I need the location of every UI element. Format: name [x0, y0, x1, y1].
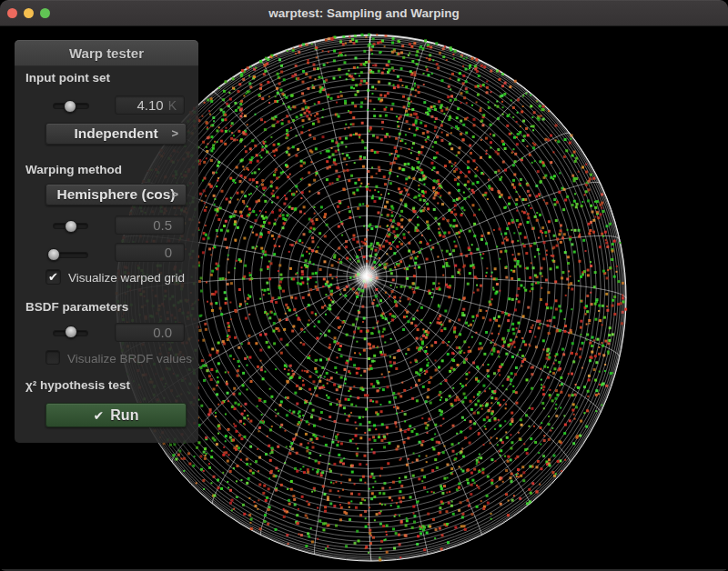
checkmark-icon: ✔ [94, 408, 105, 423]
warping-method-dropdown[interactable]: Hemisphere (cos) > [46, 184, 187, 205]
point-count-value-box[interactable]: 4.10 K [115, 95, 185, 115]
window-titlebar[interactable]: warptest: Sampling and Warping [0, 0, 728, 26]
traffic-lights [7, 0, 50, 25]
warping-method-value: Hemisphere (cos) [56, 186, 175, 203]
visualize-brdf-label: Visualize BRDF values [67, 352, 192, 366]
visualize-brdf-checkbox [46, 350, 60, 365]
chevron-right-icon: > [171, 126, 178, 140]
warp-param2-value-box: 0 [115, 243, 185, 262]
close-button[interactable] [7, 8, 17, 18]
run-button[interactable]: ✔ Run [46, 403, 187, 427]
warp-param1-value: 0.5 [153, 217, 172, 233]
warp-param2-value: 0 [165, 245, 172, 260]
slider-knob[interactable] [47, 248, 60, 261]
app-window: warptest: Sampling and Warping Warp test… [0, 0, 728, 571]
chevron-right-icon: > [171, 187, 178, 201]
bsdf-value: 0.0 [153, 325, 172, 340]
run-label: Run [110, 407, 138, 424]
input-point-set-label: Input point set [25, 71, 110, 85]
visualize-grid-label: Visualize warped grid [68, 271, 185, 285]
window-title: warptest: Sampling and Warping [268, 6, 460, 20]
slider-knob[interactable] [64, 100, 76, 113]
checkmark-icon: ✔ [48, 271, 58, 283]
panel-title: Warp tester [69, 45, 144, 61]
point-count-value: 4.10 [136, 97, 163, 113]
sampler-label: Independent [74, 125, 157, 142]
point-count-unit: K [168, 98, 177, 113]
warping-method-label: Warping method [25, 163, 122, 176]
warp-param1-value-box: 0.5 [115, 215, 185, 235]
slider-knob[interactable] [65, 326, 77, 338]
bsdf-parameters-label: BSDF parameters [25, 300, 128, 314]
sampler-dropdown[interactable]: Independent > [46, 123, 187, 145]
slider-knob[interactable] [65, 220, 77, 233]
bsdf-value-box: 0.0 [115, 323, 185, 342]
warp-tester-panel: Warp tester Input point set 4.10 K Indep… [15, 40, 198, 443]
panel-header[interactable]: Warp tester [15, 40, 198, 66]
minimize-button[interactable] [24, 8, 34, 18]
chi2-test-label: χ² hypothesis test [25, 378, 130, 392]
visualize-grid-checkbox[interactable]: ✔ [46, 269, 61, 285]
zoom-button[interactable] [40, 8, 50, 18]
